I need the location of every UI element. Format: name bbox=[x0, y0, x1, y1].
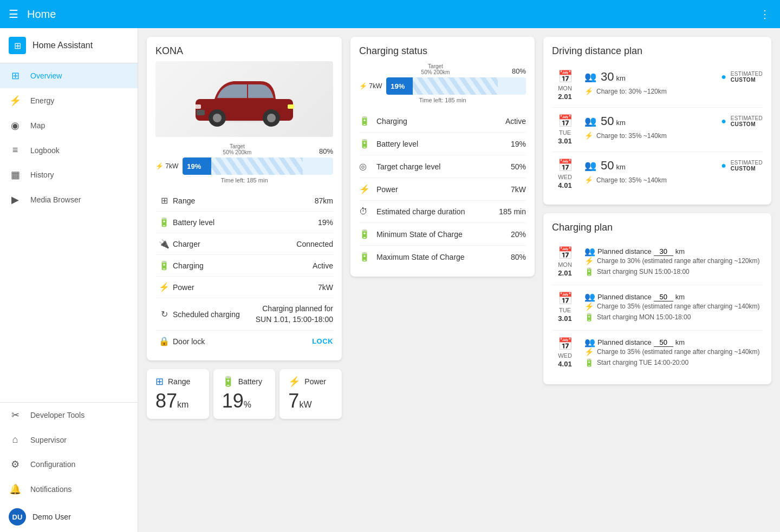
history-icon: ▦ bbox=[9, 169, 22, 181]
sidebar-item-overview[interactable]: ⊞ Overview bbox=[0, 63, 138, 88]
cp-people-icon-2: 👥 bbox=[584, 337, 595, 347]
cp-sched-icon-0: 🔋 bbox=[584, 267, 594, 276]
kona-range-label: Range bbox=[173, 196, 315, 205]
cp-bolt-icon-1: ⚡ bbox=[584, 302, 594, 311]
kona-scheduled-value: Charging planned forSUN 1.01, 15:00-18:0… bbox=[256, 304, 333, 325]
kona-row-charger: 🔌 Charger Connected bbox=[155, 233, 333, 255]
dp-km-row-0: 30 km bbox=[601, 70, 626, 84]
cp-distance-input-1[interactable] bbox=[654, 293, 673, 301]
app-name: Home Assistant bbox=[32, 41, 93, 50]
kona-charging-label: Charging bbox=[173, 261, 313, 270]
cs-charging-label: Charging bbox=[376, 117, 505, 126]
dp-content-1: 👥 50 km ● ESTIMATED CUSTOM bbox=[584, 114, 763, 140]
cp-distance-input-0[interactable] bbox=[654, 247, 673, 256]
right-column: Driving distance plan 📅 MON 2.01 👥 30 bbox=[543, 37, 771, 384]
sidebar-label-overview: Overview bbox=[30, 71, 62, 80]
sidebar-item-notifications[interactable]: 🔔 Notifications bbox=[0, 477, 138, 502]
charging-status-title: Charging status bbox=[359, 45, 526, 57]
dp-main-0: 👥 30 km ● ESTIMATED CUSTOM bbox=[584, 70, 763, 84]
summary-battery-value: 19 bbox=[222, 390, 244, 412]
dp-day-0: MON bbox=[558, 85, 572, 91]
charging-bar-stripes bbox=[413, 77, 498, 95]
summary-battery-header: 🔋 Battery bbox=[222, 376, 267, 387]
dp-cal-icon-2: 📅 bbox=[558, 159, 573, 173]
cp-km-unit-2: km bbox=[675, 338, 685, 346]
sidebar-item-supervisor[interactable]: ⌂ Supervisor bbox=[0, 428, 138, 452]
sidebar-user[interactable]: DU Demo User bbox=[0, 502, 138, 532]
cp-cal-icon-0: 📅 bbox=[558, 246, 573, 260]
driving-plan-title: Driving distance plan bbox=[552, 45, 763, 57]
charger-icon: 🔌 bbox=[155, 239, 173, 249]
cs-power-label: Power bbox=[376, 185, 511, 194]
cp-people-icon-1: 👥 bbox=[584, 292, 595, 302]
cp-date-0: 2.01 bbox=[558, 269, 571, 277]
sidebar-item-map[interactable]: ◉ Map bbox=[0, 113, 138, 138]
charging-row-min-soc: 🔋 Minimum State of Charge 20% bbox=[359, 223, 526, 246]
cp-charge-text-1: Charge to 35% (estimated range after cha… bbox=[597, 303, 760, 310]
cp-right-1: 👥 Planned distance km ⚡ Charge to 35% (e… bbox=[584, 292, 763, 324]
kona-row-doorlock: 🔒 Door lock LOCK bbox=[155, 331, 333, 352]
more-options-icon[interactable]: ⋮ bbox=[759, 8, 771, 21]
sidebar-label-configuration: Configuration bbox=[30, 460, 75, 469]
cp-start-text-2: Start charging TUE 14:00-20:00 bbox=[597, 359, 688, 366]
sidebar-item-media-browser[interactable]: ▶ Media Browser bbox=[0, 187, 138, 212]
dp-detail-text-0: Charge to: 30% ~120km bbox=[596, 88, 667, 95]
sidebar-label-notifications: Notifications bbox=[30, 485, 72, 494]
sidebar-label-developer-tools: Developer Tools bbox=[30, 411, 84, 419]
kona-lock-button[interactable]: LOCK bbox=[312, 337, 333, 345]
top-bar: ☰ Home ⋮ bbox=[0, 0, 780, 28]
charging-plan-card: Charging plan 📅 MON 2.01 👥 Planned dista… bbox=[543, 213, 771, 384]
charging-bar-row: ⚡ 7kW 19% bbox=[359, 77, 526, 95]
cs-power-value: 7kW bbox=[511, 185, 526, 194]
dp-custom-1: CUSTOM bbox=[731, 121, 763, 127]
sidebar-item-developer-tools[interactable]: ✂ Developer Tools bbox=[0, 403, 138, 428]
sidebar-item-logbook[interactable]: ≡ Logbook bbox=[0, 138, 138, 162]
driving-plan-row-2: 📅 WED 4.01 👥 50 km ● bbox=[552, 152, 763, 196]
menu-icon[interactable]: ☰ bbox=[9, 8, 18, 21]
cp-start-line-0: 🔋 Start charging SUN 15:00-18:00 bbox=[584, 267, 763, 276]
summary-row: ⊞ Range 87km 🔋 Battery 19% bbox=[147, 369, 342, 419]
dp-type-1: ESTIMATED CUSTOM bbox=[731, 115, 763, 127]
kona-power-label: Power bbox=[173, 283, 318, 292]
cp-start-line-1: 🔋 Start charging MON 15:00-18:00 bbox=[584, 313, 763, 321]
summary-power-value: 7 bbox=[288, 390, 299, 412]
sidebar-item-energy[interactable]: ⚡ Energy bbox=[0, 88, 138, 113]
kona-range-value: 87km bbox=[315, 196, 333, 205]
charging-bar-outer: 19% bbox=[386, 77, 526, 95]
scheduled-icon: ↻ bbox=[155, 309, 173, 319]
sidebar-item-configuration[interactable]: ⚙ Configuration bbox=[0, 452, 138, 477]
cp-planned-dist-0: 👥 Planned distance km bbox=[584, 246, 763, 257]
lock-icon: 🔒 bbox=[155, 336, 173, 346]
kona-row-range: ⊞ Range 87km bbox=[155, 190, 333, 212]
summary-power-value-row: 7kW bbox=[288, 390, 333, 412]
dp-people-icon-1: 👥 bbox=[584, 115, 596, 127]
sidebar-label-logbook: Logbook bbox=[30, 146, 60, 155]
cp-row-1: 📅 TUE 3.01 👥 Planned distance km ⚡ bbox=[552, 285, 763, 331]
dp-detail-1: ⚡ Charge to: 35% ~140km bbox=[584, 132, 763, 140]
dp-day-2: WED bbox=[558, 174, 572, 180]
developer-tools-icon: ✂ bbox=[9, 409, 22, 421]
sidebar-item-history[interactable]: ▦ History bbox=[0, 162, 138, 187]
charging-row-battery: 🔋 Battery level 19% bbox=[359, 133, 526, 155]
dp-km-row-2: 50 km bbox=[601, 159, 626, 173]
cp-distance-input-2[interactable] bbox=[654, 338, 673, 347]
dp-detail-2: ⚡ Charge to: 35% ~140km bbox=[584, 176, 763, 184]
kona-charger-label: Charger bbox=[173, 240, 296, 248]
summary-range-unit: km bbox=[177, 400, 188, 409]
kona-column: KONA bbox=[147, 37, 342, 419]
cs-power-icon: ⚡ bbox=[359, 184, 376, 194]
summary-battery-unit: % bbox=[244, 400, 251, 409]
dp-detail-text-1: Charge to: 35% ~140km bbox=[596, 132, 667, 140]
dp-cal-icon-1: 📅 bbox=[558, 114, 573, 128]
cp-planned-label-2: Planned distance bbox=[597, 338, 652, 346]
dp-unit-0: km bbox=[616, 74, 625, 82]
cp-charge-text-0: Charge to 30% (estimated range after cha… bbox=[597, 257, 760, 265]
kona-max-label: 80% bbox=[319, 147, 333, 155]
kona-bar-fill: 19% bbox=[183, 157, 211, 175]
dp-date-2: 4.01 bbox=[558, 181, 571, 189]
cp-km-unit-0: km bbox=[675, 247, 685, 255]
energy-icon: ⚡ bbox=[9, 95, 22, 107]
cp-day-1: TUE bbox=[559, 307, 571, 313]
dp-type-2: ESTIMATED CUSTOM bbox=[731, 160, 763, 172]
dp-type-0: ESTIMATED CUSTOM bbox=[731, 71, 763, 83]
